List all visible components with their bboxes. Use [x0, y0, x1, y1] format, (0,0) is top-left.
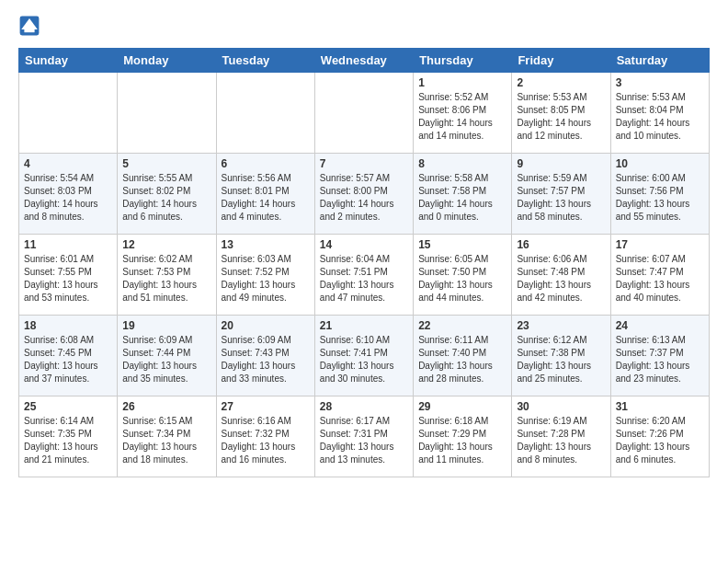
day-number: 26	[122, 400, 210, 413]
calendar-cell: 6Sunrise: 5:56 AM Sunset: 8:01 PM Daylig…	[216, 154, 314, 235]
day-number: 31	[616, 400, 704, 413]
day-header-friday: Friday	[512, 49, 610, 73]
calendar-week-3: 11Sunrise: 6:01 AM Sunset: 7:55 PM Dayli…	[19, 235, 710, 316]
calendar-cell: 5Sunrise: 5:55 AM Sunset: 8:02 PM Daylig…	[118, 154, 216, 235]
day-number: 19	[122, 319, 210, 332]
calendar-cell: 17Sunrise: 6:07 AM Sunset: 7:47 PM Dayli…	[610, 235, 709, 316]
calendar-cell: 4Sunrise: 5:54 AM Sunset: 8:03 PM Daylig…	[19, 154, 118, 235]
calendar-cell: 27Sunrise: 6:16 AM Sunset: 7:32 PM Dayli…	[216, 396, 314, 477]
svg-rect-2	[24, 29, 34, 32]
day-info: Sunrise: 5:58 AM Sunset: 7:58 PM Dayligh…	[418, 172, 506, 224]
day-info: Sunrise: 5:55 AM Sunset: 8:02 PM Dayligh…	[122, 172, 210, 224]
day-info: Sunrise: 6:03 AM Sunset: 7:52 PM Dayligh…	[222, 253, 310, 304]
calendar-week-2: 4Sunrise: 5:54 AM Sunset: 8:03 PM Daylig…	[19, 154, 710, 235]
day-info: Sunrise: 5:59 AM Sunset: 7:57 PM Dayligh…	[517, 172, 605, 224]
day-header-sunday: Sunday	[19, 49, 118, 73]
day-info: Sunrise: 6:08 AM Sunset: 7:45 PM Dayligh…	[24, 334, 112, 385]
day-info: Sunrise: 6:20 AM Sunset: 7:26 PM Dayligh…	[616, 415, 704, 466]
calendar-cell	[118, 73, 216, 154]
page-header	[18, 15, 710, 37]
calendar-week-1: 1Sunrise: 5:52 AM Sunset: 8:06 PM Daylig…	[19, 73, 710, 154]
day-number: 24	[616, 319, 704, 332]
day-info: Sunrise: 5:53 AM Sunset: 8:05 PM Dayligh…	[517, 91, 605, 143]
calendar-cell: 28Sunrise: 6:17 AM Sunset: 7:31 PM Dayli…	[314, 396, 413, 477]
calendar-cell	[19, 73, 118, 154]
day-number: 13	[222, 238, 310, 251]
day-info: Sunrise: 6:17 AM Sunset: 7:31 PM Dayligh…	[320, 415, 408, 466]
calendar-cell: 18Sunrise: 6:08 AM Sunset: 7:45 PM Dayli…	[19, 316, 118, 396]
day-number: 9	[517, 157, 605, 170]
calendar-cell: 1Sunrise: 5:52 AM Sunset: 8:06 PM Daylig…	[414, 73, 512, 154]
day-info: Sunrise: 6:05 AM Sunset: 7:50 PM Dayligh…	[418, 253, 506, 304]
day-info: Sunrise: 6:09 AM Sunset: 7:44 PM Dayligh…	[122, 334, 210, 385]
day-info: Sunrise: 6:09 AM Sunset: 7:43 PM Dayligh…	[222, 334, 310, 385]
calendar-cell: 16Sunrise: 6:06 AM Sunset: 7:48 PM Dayli…	[512, 235, 610, 316]
calendar-cell	[314, 73, 413, 154]
calendar-cell: 21Sunrise: 6:10 AM Sunset: 7:41 PM Dayli…	[314, 316, 413, 396]
calendar-cell: 3Sunrise: 5:53 AM Sunset: 8:04 PM Daylig…	[610, 73, 709, 154]
calendar-cell: 26Sunrise: 6:15 AM Sunset: 7:34 PM Dayli…	[118, 396, 216, 477]
day-number: 20	[222, 319, 310, 332]
day-info: Sunrise: 6:11 AM Sunset: 7:40 PM Dayligh…	[418, 334, 506, 385]
day-info: Sunrise: 6:06 AM Sunset: 7:48 PM Dayligh…	[517, 253, 605, 304]
calendar-cell: 31Sunrise: 6:20 AM Sunset: 7:26 PM Dayli…	[610, 396, 709, 477]
day-number: 4	[24, 157, 112, 170]
logo	[18, 15, 44, 37]
day-number: 11	[24, 238, 112, 251]
day-header-thursday: Thursday	[414, 49, 512, 73]
calendar-cell: 2Sunrise: 5:53 AM Sunset: 8:05 PM Daylig…	[512, 73, 610, 154]
day-number: 23	[517, 319, 605, 332]
day-number: 14	[320, 238, 408, 251]
calendar-cell: 10Sunrise: 6:00 AM Sunset: 7:56 PM Dayli…	[610, 154, 709, 235]
day-number: 8	[418, 157, 506, 170]
day-number: 18	[24, 319, 112, 332]
day-header-saturday: Saturday	[610, 49, 709, 73]
day-number: 5	[122, 157, 210, 170]
day-number: 2	[517, 76, 605, 89]
day-number: 3	[616, 76, 704, 89]
day-number: 30	[517, 400, 605, 413]
calendar-cell: 9Sunrise: 5:59 AM Sunset: 7:57 PM Daylig…	[512, 154, 610, 235]
day-number: 17	[616, 238, 704, 251]
day-info: Sunrise: 6:02 AM Sunset: 7:53 PM Dayligh…	[122, 253, 210, 304]
day-number: 29	[418, 400, 506, 413]
logo-icon	[18, 15, 40, 37]
day-info: Sunrise: 6:13 AM Sunset: 7:37 PM Dayligh…	[616, 334, 704, 385]
calendar: SundayMondayTuesdayWednesdayThursdayFrid…	[18, 48, 710, 477]
day-info: Sunrise: 6:16 AM Sunset: 7:32 PM Dayligh…	[222, 415, 310, 466]
day-number: 22	[418, 319, 506, 332]
day-info: Sunrise: 6:04 AM Sunset: 7:51 PM Dayligh…	[320, 253, 408, 304]
calendar-cell: 8Sunrise: 5:58 AM Sunset: 7:58 PM Daylig…	[414, 154, 512, 235]
day-info: Sunrise: 6:10 AM Sunset: 7:41 PM Dayligh…	[320, 334, 408, 385]
calendar-cell: 23Sunrise: 6:12 AM Sunset: 7:38 PM Dayli…	[512, 316, 610, 396]
day-info: Sunrise: 5:57 AM Sunset: 8:00 PM Dayligh…	[320, 172, 408, 224]
day-number: 28	[320, 400, 408, 413]
calendar-cell: 14Sunrise: 6:04 AM Sunset: 7:51 PM Dayli…	[314, 235, 413, 316]
calendar-cell	[216, 73, 314, 154]
day-number: 7	[320, 157, 408, 170]
day-number: 27	[222, 400, 310, 413]
calendar-cell: 13Sunrise: 6:03 AM Sunset: 7:52 PM Dayli…	[216, 235, 314, 316]
calendar-cell: 12Sunrise: 6:02 AM Sunset: 7:53 PM Dayli…	[118, 235, 216, 316]
calendar-cell: 7Sunrise: 5:57 AM Sunset: 8:00 PM Daylig…	[314, 154, 413, 235]
day-info: Sunrise: 6:15 AM Sunset: 7:34 PM Dayligh…	[122, 415, 210, 466]
calendar-cell: 20Sunrise: 6:09 AM Sunset: 7:43 PM Dayli…	[216, 316, 314, 396]
day-info: Sunrise: 5:53 AM Sunset: 8:04 PM Dayligh…	[616, 91, 704, 143]
day-header-wednesday: Wednesday	[314, 49, 413, 73]
calendar-cell: 22Sunrise: 6:11 AM Sunset: 7:40 PM Dayli…	[414, 316, 512, 396]
calendar-cell: 19Sunrise: 6:09 AM Sunset: 7:44 PM Dayli…	[118, 316, 216, 396]
calendar-cell: 25Sunrise: 6:14 AM Sunset: 7:35 PM Dayli…	[19, 396, 118, 477]
day-info: Sunrise: 6:14 AM Sunset: 7:35 PM Dayligh…	[24, 415, 112, 466]
day-number: 15	[418, 238, 506, 251]
day-info: Sunrise: 6:12 AM Sunset: 7:38 PM Dayligh…	[517, 334, 605, 385]
day-number: 12	[122, 238, 210, 251]
day-number: 10	[616, 157, 704, 170]
day-number: 21	[320, 319, 408, 332]
calendar-header-row: SundayMondayTuesdayWednesdayThursdayFrid…	[19, 49, 710, 73]
day-header-monday: Monday	[118, 49, 216, 73]
day-number: 16	[517, 238, 605, 251]
calendar-week-5: 25Sunrise: 6:14 AM Sunset: 7:35 PM Dayli…	[19, 396, 710, 477]
calendar-cell: 11Sunrise: 6:01 AM Sunset: 7:55 PM Dayli…	[19, 235, 118, 316]
day-header-tuesday: Tuesday	[216, 49, 314, 73]
day-number: 6	[222, 157, 310, 170]
